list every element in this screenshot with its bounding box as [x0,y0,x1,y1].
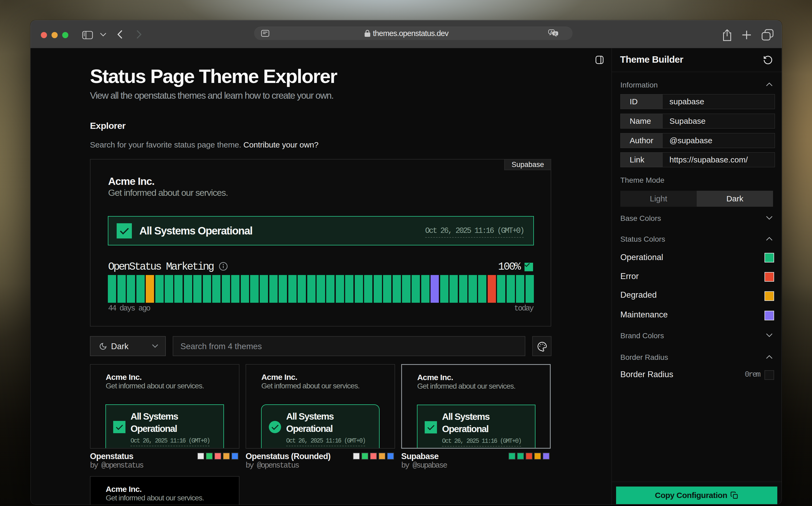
svg-text:文: 文 [554,32,557,36]
svg-text:A: A [550,30,553,34]
